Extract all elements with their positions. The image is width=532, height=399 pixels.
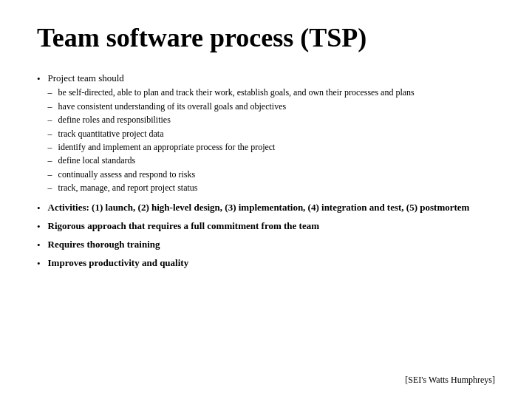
list-item: • Project team should – be self-directed… bbox=[37, 72, 495, 196]
bullet-dot: • bbox=[37, 202, 41, 215]
sub-item-text: identify and implement an appropriate pr… bbox=[58, 141, 276, 154]
bullet-content: Requires thorough training bbox=[48, 238, 495, 251]
dash-icon: – bbox=[48, 128, 52, 140]
bullet-label: Activities: (1) launch, (2) high-level d… bbox=[48, 202, 470, 213]
bullet-dot: • bbox=[37, 257, 41, 270]
page: Team software process (TSP) • Project te… bbox=[0, 0, 532, 399]
bullet-content: Improves productivity and quality bbox=[48, 256, 495, 270]
page-title: Team software process (TSP) bbox=[37, 22, 495, 54]
sub-list-item: – define local standards bbox=[48, 154, 495, 167]
citation: [SEI's Watts Humphreys] bbox=[405, 375, 495, 386]
sub-item-text: have consistent understanding of its ove… bbox=[58, 100, 287, 113]
sub-item-text: track, manage, and report project status bbox=[58, 182, 198, 194]
bullet-label: Rigorous approach that requires a full c… bbox=[48, 220, 319, 231]
bullet-label: Requires thorough training bbox=[48, 239, 160, 250]
sub-list-item: – continually assess and respond to risk… bbox=[48, 168, 495, 181]
bullet-label: Project team should bbox=[48, 72, 124, 83]
dash-icon: – bbox=[48, 100, 52, 113]
sub-item-text: track quantitative project data bbox=[58, 128, 164, 140]
bullet-dot: • bbox=[37, 72, 41, 86]
list-item: • Activities: (1) launch, (2) high-level… bbox=[37, 201, 495, 215]
sub-list-item: – be self-directed, able to plan and tra… bbox=[48, 86, 495, 99]
bullet-label: Improves productivity and quality bbox=[48, 257, 189, 268]
sub-list-item: – track, manage, and report project stat… bbox=[48, 182, 495, 194]
bullet-content: Project team should – be self-directed, … bbox=[48, 72, 495, 196]
list-item: • Improves productivity and quality bbox=[37, 256, 495, 270]
sub-item-text: define roles and responsibilities bbox=[58, 114, 171, 126]
main-bullet-list: • Project team should – be self-directed… bbox=[37, 72, 495, 270]
bullet-dot: • bbox=[37, 220, 41, 233]
dash-icon: – bbox=[48, 168, 52, 181]
sub-list-item: – define roles and responsibilities bbox=[48, 114, 495, 126]
dash-icon: – bbox=[48, 154, 52, 167]
list-item: • Rigorous approach that requires a full… bbox=[37, 219, 495, 233]
bullet-content: Rigorous approach that requires a full c… bbox=[48, 219, 495, 233]
bullet-dot: • bbox=[37, 239, 41, 252]
sub-list-item: – track quantitative project data bbox=[48, 128, 495, 140]
sub-item-text: continually assess and respond to risks bbox=[58, 168, 196, 181]
sub-list-item: – identify and implement an appropriate … bbox=[48, 141, 495, 154]
bullet-content: Activities: (1) launch, (2) high-level d… bbox=[48, 201, 495, 214]
dash-icon: – bbox=[48, 86, 52, 99]
dash-icon: – bbox=[48, 114, 52, 126]
list-item: • Requires thorough training bbox=[37, 238, 495, 252]
sub-item-text: be self-directed, able to plan and track… bbox=[58, 86, 415, 99]
sub-item-text: define local standards bbox=[58, 154, 136, 167]
dash-icon: – bbox=[48, 182, 52, 194]
sub-list-item: – have consistent understanding of its o… bbox=[48, 100, 495, 113]
sub-list: – be self-directed, able to plan and tra… bbox=[48, 86, 495, 194]
dash-icon: – bbox=[48, 141, 52, 154]
